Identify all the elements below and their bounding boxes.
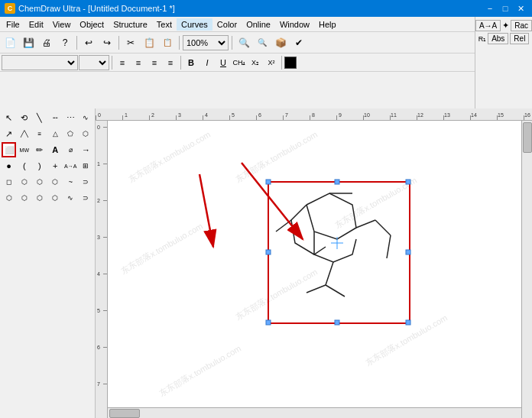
- maximize-button[interactable]: □: [498, 2, 512, 15]
- abs-button[interactable]: Abs: [488, 33, 508, 44]
- aa-tool[interactable]: A→A: [63, 158, 78, 173]
- superscript-button[interactable]: X²: [264, 55, 279, 70]
- circle-tool[interactable]: ●: [2, 158, 16, 173]
- center-crosshair: [331, 237, 343, 249]
- cut-button[interactable]: ✂: [122, 34, 139, 51]
- line-tool[interactable]: ╲: [32, 110, 47, 125]
- ruler-v-label-6: 6: [97, 345, 100, 350]
- undo-button[interactable]: ↩: [80, 34, 97, 51]
- ruler-h-label-16: 16: [524, 112, 530, 118]
- text-tool[interactable]: A: [48, 142, 63, 157]
- zoom-in-button[interactable]: 🔍: [235, 34, 252, 51]
- help-button[interactable]: ?: [57, 34, 73, 51]
- title-bar-left: C ChemDraw Ultra - [Untitled Document-1 …: [5, 3, 175, 14]
- hex4[interactable]: ⬡: [48, 190, 63, 206]
- curve-tool[interactable]: ⌀: [63, 142, 78, 157]
- menu-edit[interactable]: Edit: [24, 18, 48, 31]
- align-center-button[interactable]: ≡: [131, 55, 146, 70]
- main-area: ↖ ⟲ ╲ ╌ ⋯ ∿ ↗ ╱╲ ≡ △ ⬠ ⬡ ⬜ MW ✏ A ⌀ → ● …: [0, 109, 532, 418]
- ring5[interactable]: ⬠: [63, 126, 78, 141]
- rel-button[interactable]: Rel: [510, 33, 529, 44]
- svg-rect-14: [335, 180, 339, 184]
- color-swatch[interactable]: [284, 57, 297, 69]
- ring4[interactable]: ◻: [2, 174, 16, 190]
- close-button[interactable]: ✕: [514, 2, 527, 15]
- drawing-area[interactable]: 01234567891011121314151617 01234567 东东部落…: [96, 109, 532, 418]
- view-button[interactable]: 📦: [272, 34, 289, 51]
- select-tool[interactable]: ↖: [2, 110, 16, 125]
- zoom-out-button[interactable]: 🔍: [254, 34, 271, 51]
- svg-rect-16: [266, 250, 271, 254]
- italic-button[interactable]: I: [200, 55, 215, 70]
- triple-tool[interactable]: ≡: [32, 126, 47, 141]
- ring7[interactable]: ⬡: [32, 174, 47, 190]
- paste-button[interactable]: 📋: [159, 34, 176, 51]
- arrow-tool[interactable]: ↗: [2, 126, 16, 141]
- menu-object[interactable]: Object: [75, 18, 109, 31]
- dot-tool[interactable]: ⋯: [63, 110, 78, 125]
- svg-line-3: [387, 235, 391, 258]
- a-to-a-button[interactable]: A→A: [475, 20, 501, 31]
- ring3[interactable]: △: [48, 126, 63, 141]
- subscript-button[interactable]: X₂: [248, 55, 263, 70]
- rac-button[interactable]: Rac: [511, 20, 532, 31]
- menu-window[interactable]: Window: [275, 18, 314, 31]
- ring8[interactable]: ⬡: [48, 174, 63, 190]
- hex1[interactable]: ⬡: [2, 190, 16, 206]
- separator7: [281, 56, 282, 70]
- minimize-button[interactable]: −: [483, 2, 497, 15]
- palette-row1: ↖ ⟲ ╲ ╌ ⋯ ∿: [2, 110, 93, 125]
- wave2-tool[interactable]: ~: [63, 174, 78, 190]
- menu-text[interactable]: Text: [152, 18, 177, 31]
- font-select[interactable]: [2, 55, 78, 70]
- svg-rect-11: [406, 180, 410, 184]
- plus-tool[interactable]: +: [48, 158, 63, 173]
- menu-bar: File Edit View Object Structure Text Cur…: [0, 17, 532, 32]
- lasso-tool[interactable]: ⬜: [2, 142, 16, 157]
- hex3[interactable]: ⬡: [32, 190, 47, 206]
- arrow2-tool[interactable]: →: [79, 142, 93, 157]
- window-controls: − □ ✕: [483, 2, 527, 15]
- menu-view[interactable]: View: [48, 18, 76, 31]
- swave-tool[interactable]: ∿: [63, 190, 78, 206]
- paren-close[interactable]: ): [32, 158, 47, 173]
- rp-row2: R₁ Abs Rel: [478, 33, 530, 44]
- pencil-tool[interactable]: ✏: [32, 142, 47, 157]
- paren-open[interactable]: (: [17, 158, 31, 173]
- new-button[interactable]: 📄: [2, 34, 18, 51]
- redo-button[interactable]: ↪: [99, 34, 115, 51]
- mw-tool[interactable]: MW: [17, 142, 31, 157]
- bond-tool[interactable]: ╱╲: [17, 126, 31, 141]
- menu-help[interactable]: Help: [314, 18, 341, 31]
- misc2-tool[interactable]: ⊃: [79, 190, 93, 206]
- align-right-button[interactable]: ≡: [147, 55, 162, 70]
- menu-online[interactable]: Online: [242, 18, 275, 31]
- copy-button[interactable]: 📋: [141, 34, 157, 51]
- size-select[interactable]: [79, 55, 109, 70]
- title-bar: C ChemDraw Ultra - [Untitled Document-1 …: [0, 0, 532, 17]
- separator5: [112, 56, 112, 70]
- chem-format-button[interactable]: CH₄: [232, 55, 247, 70]
- bold-button[interactable]: B: [183, 55, 199, 70]
- hex2[interactable]: ⬡: [17, 190, 31, 206]
- menu-color[interactable]: Color: [212, 18, 242, 31]
- menu-curves[interactable]: Curves: [177, 18, 212, 31]
- menu-structure[interactable]: Structure: [109, 18, 152, 31]
- ring6[interactable]: ⬡: [79, 126, 93, 141]
- rotate-tool[interactable]: ⟲: [17, 110, 31, 125]
- dash-tool[interactable]: ╌: [48, 110, 63, 125]
- ring6b[interactable]: ⬡: [17, 174, 31, 190]
- justify-button[interactable]: ≡: [163, 55, 178, 70]
- print-button[interactable]: 🖨: [38, 34, 55, 51]
- zoom-select[interactable]: 100%: [183, 35, 229, 50]
- menu-file[interactable]: File: [2, 18, 24, 31]
- underline-button[interactable]: U: [216, 55, 231, 70]
- ruler-h-label-10: 10: [364, 112, 370, 118]
- align-left-button[interactable]: ≡: [115, 55, 130, 70]
- misc1-tool[interactable]: ⊃: [79, 174, 93, 190]
- table-tool[interactable]: ⊞: [79, 158, 93, 173]
- wave-tool[interactable]: ∿: [79, 110, 93, 125]
- ruler-h-label-2: 2: [151, 112, 154, 118]
- check-button[interactable]: ✔: [290, 34, 307, 51]
- save-button[interactable]: 💾: [20, 34, 37, 51]
